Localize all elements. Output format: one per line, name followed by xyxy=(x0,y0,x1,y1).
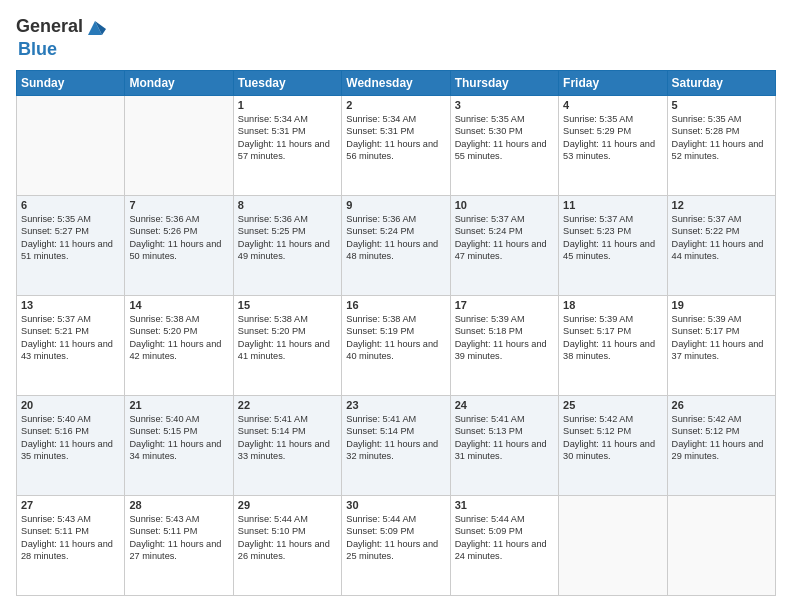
day-detail: Sunrise: 5:41 AMSunset: 5:14 PMDaylight:… xyxy=(346,413,445,463)
day-detail: Sunrise: 5:35 AMSunset: 5:29 PMDaylight:… xyxy=(563,113,662,163)
day-detail: Sunrise: 5:43 AMSunset: 5:11 PMDaylight:… xyxy=(129,513,228,563)
sunrise-text: Sunrise: 5:38 AM xyxy=(238,313,337,325)
calendar-cell: 3Sunrise: 5:35 AMSunset: 5:30 PMDaylight… xyxy=(450,95,558,195)
calendar-cell: 10Sunrise: 5:37 AMSunset: 5:24 PMDayligh… xyxy=(450,195,558,295)
logo-block: General Blue xyxy=(16,16,107,60)
daylight-text: Daylight: 11 hours and 51 minutes. xyxy=(21,238,120,263)
sunrise-text: Sunrise: 5:42 AM xyxy=(672,413,771,425)
calendar-cell: 23Sunrise: 5:41 AMSunset: 5:14 PMDayligh… xyxy=(342,395,450,495)
daylight-text: Daylight: 11 hours and 52 minutes. xyxy=(672,138,771,163)
sunset-text: Sunset: 5:16 PM xyxy=(21,425,120,437)
calendar-cell: 17Sunrise: 5:39 AMSunset: 5:18 PMDayligh… xyxy=(450,295,558,395)
calendar-cell: 28Sunrise: 5:43 AMSunset: 5:11 PMDayligh… xyxy=(125,495,233,595)
daylight-text: Daylight: 11 hours and 47 minutes. xyxy=(455,238,554,263)
daylight-text: Daylight: 11 hours and 37 minutes. xyxy=(672,338,771,363)
sunset-text: Sunset: 5:25 PM xyxy=(238,225,337,237)
sunset-text: Sunset: 5:20 PM xyxy=(129,325,228,337)
sunset-text: Sunset: 5:18 PM xyxy=(455,325,554,337)
weekday-header-tuesday: Tuesday xyxy=(233,70,341,95)
sunset-text: Sunset: 5:09 PM xyxy=(455,525,554,537)
day-number: 14 xyxy=(129,299,228,311)
daylight-text: Daylight: 11 hours and 30 minutes. xyxy=(563,438,662,463)
weekday-header-sunday: Sunday xyxy=(17,70,125,95)
sunset-text: Sunset: 5:19 PM xyxy=(346,325,445,337)
weekday-header-wednesday: Wednesday xyxy=(342,70,450,95)
calendar-cell: 22Sunrise: 5:41 AMSunset: 5:14 PMDayligh… xyxy=(233,395,341,495)
daylight-text: Daylight: 11 hours and 27 minutes. xyxy=(129,538,228,563)
daylight-text: Daylight: 11 hours and 34 minutes. xyxy=(129,438,228,463)
daylight-text: Daylight: 11 hours and 56 minutes. xyxy=(346,138,445,163)
calendar-cell: 14Sunrise: 5:38 AMSunset: 5:20 PMDayligh… xyxy=(125,295,233,395)
sunrise-text: Sunrise: 5:44 AM xyxy=(455,513,554,525)
sunrise-text: Sunrise: 5:37 AM xyxy=(672,213,771,225)
day-detail: Sunrise: 5:38 AMSunset: 5:20 PMDaylight:… xyxy=(238,313,337,363)
day-number: 31 xyxy=(455,499,554,511)
logo-blue: Blue xyxy=(18,39,57,59)
sunset-text: Sunset: 5:20 PM xyxy=(238,325,337,337)
day-detail: Sunrise: 5:39 AMSunset: 5:17 PMDaylight:… xyxy=(563,313,662,363)
calendar-cell: 24Sunrise: 5:41 AMSunset: 5:13 PMDayligh… xyxy=(450,395,558,495)
day-number: 6 xyxy=(21,199,120,211)
sunset-text: Sunset: 5:11 PM xyxy=(21,525,120,537)
sunset-text: Sunset: 5:14 PM xyxy=(346,425,445,437)
daylight-text: Daylight: 11 hours and 38 minutes. xyxy=(563,338,662,363)
calendar-cell xyxy=(17,95,125,195)
weekday-header-friday: Friday xyxy=(559,70,667,95)
sunset-text: Sunset: 5:12 PM xyxy=(672,425,771,437)
day-number: 19 xyxy=(672,299,771,311)
daylight-text: Daylight: 11 hours and 49 minutes. xyxy=(238,238,337,263)
sunrise-text: Sunrise: 5:39 AM xyxy=(672,313,771,325)
sunrise-text: Sunrise: 5:40 AM xyxy=(21,413,120,425)
daylight-text: Daylight: 11 hours and 39 minutes. xyxy=(455,338,554,363)
day-detail: Sunrise: 5:38 AMSunset: 5:20 PMDaylight:… xyxy=(129,313,228,363)
day-number: 15 xyxy=(238,299,337,311)
day-detail: Sunrise: 5:37 AMSunset: 5:24 PMDaylight:… xyxy=(455,213,554,263)
day-number: 22 xyxy=(238,399,337,411)
sunrise-text: Sunrise: 5:36 AM xyxy=(238,213,337,225)
day-detail: Sunrise: 5:37 AMSunset: 5:22 PMDaylight:… xyxy=(672,213,771,263)
day-detail: Sunrise: 5:37 AMSunset: 5:23 PMDaylight:… xyxy=(563,213,662,263)
daylight-text: Daylight: 11 hours and 41 minutes. xyxy=(238,338,337,363)
daylight-text: Daylight: 11 hours and 33 minutes. xyxy=(238,438,337,463)
daylight-text: Daylight: 11 hours and 45 minutes. xyxy=(563,238,662,263)
sunset-text: Sunset: 5:11 PM xyxy=(129,525,228,537)
calendar-cell: 7Sunrise: 5:36 AMSunset: 5:26 PMDaylight… xyxy=(125,195,233,295)
day-number: 13 xyxy=(21,299,120,311)
day-detail: Sunrise: 5:41 AMSunset: 5:13 PMDaylight:… xyxy=(455,413,554,463)
daylight-text: Daylight: 11 hours and 29 minutes. xyxy=(672,438,771,463)
sunrise-text: Sunrise: 5:44 AM xyxy=(346,513,445,525)
day-number: 26 xyxy=(672,399,771,411)
calendar-cell: 8Sunrise: 5:36 AMSunset: 5:25 PMDaylight… xyxy=(233,195,341,295)
calendar-cell: 9Sunrise: 5:36 AMSunset: 5:24 PMDaylight… xyxy=(342,195,450,295)
day-detail: Sunrise: 5:40 AMSunset: 5:15 PMDaylight:… xyxy=(129,413,228,463)
day-number: 29 xyxy=(238,499,337,511)
day-detail: Sunrise: 5:42 AMSunset: 5:12 PMDaylight:… xyxy=(563,413,662,463)
header: General Blue xyxy=(16,16,776,60)
daylight-text: Daylight: 11 hours and 42 minutes. xyxy=(129,338,228,363)
day-number: 4 xyxy=(563,99,662,111)
sunrise-text: Sunrise: 5:39 AM xyxy=(563,313,662,325)
calendar-cell: 11Sunrise: 5:37 AMSunset: 5:23 PMDayligh… xyxy=(559,195,667,295)
calendar-cell: 27Sunrise: 5:43 AMSunset: 5:11 PMDayligh… xyxy=(17,495,125,595)
sunset-text: Sunset: 5:13 PM xyxy=(455,425,554,437)
day-detail: Sunrise: 5:34 AMSunset: 5:31 PMDaylight:… xyxy=(238,113,337,163)
day-number: 30 xyxy=(346,499,445,511)
calendar-cell: 29Sunrise: 5:44 AMSunset: 5:10 PMDayligh… xyxy=(233,495,341,595)
day-number: 23 xyxy=(346,399,445,411)
daylight-text: Daylight: 11 hours and 24 minutes. xyxy=(455,538,554,563)
day-detail: Sunrise: 5:35 AMSunset: 5:27 PMDaylight:… xyxy=(21,213,120,263)
sunset-text: Sunset: 5:12 PM xyxy=(563,425,662,437)
day-detail: Sunrise: 5:42 AMSunset: 5:12 PMDaylight:… xyxy=(672,413,771,463)
daylight-text: Daylight: 11 hours and 40 minutes. xyxy=(346,338,445,363)
sunset-text: Sunset: 5:10 PM xyxy=(238,525,337,537)
daylight-text: Daylight: 11 hours and 32 minutes. xyxy=(346,438,445,463)
calendar-cell: 19Sunrise: 5:39 AMSunset: 5:17 PMDayligh… xyxy=(667,295,775,395)
calendar-cell: 16Sunrise: 5:38 AMSunset: 5:19 PMDayligh… xyxy=(342,295,450,395)
day-number: 2 xyxy=(346,99,445,111)
sunset-text: Sunset: 5:21 PM xyxy=(21,325,120,337)
sunset-text: Sunset: 5:26 PM xyxy=(129,225,228,237)
sunrise-text: Sunrise: 5:36 AM xyxy=(346,213,445,225)
sunset-text: Sunset: 5:22 PM xyxy=(672,225,771,237)
sunset-text: Sunset: 5:29 PM xyxy=(563,125,662,137)
daylight-text: Daylight: 11 hours and 26 minutes. xyxy=(238,538,337,563)
